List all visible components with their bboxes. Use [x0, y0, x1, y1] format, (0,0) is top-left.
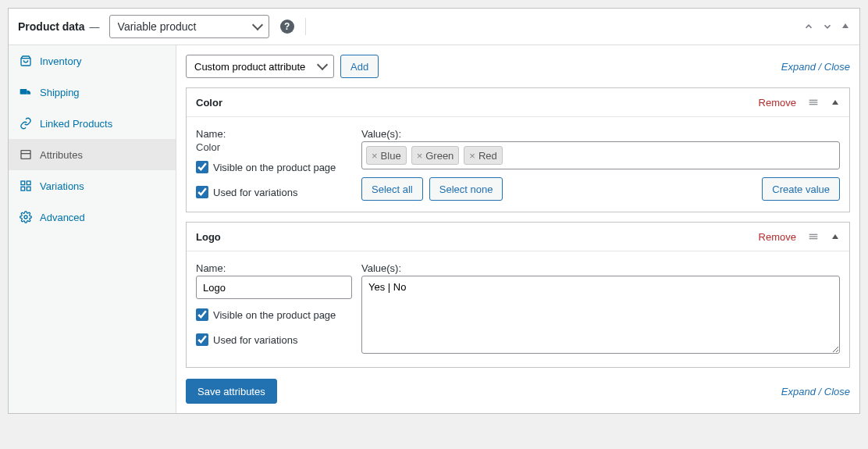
attribute-title: Color [196, 97, 222, 109]
panel-down-icon[interactable] [822, 21, 833, 32]
help-icon[interactable]: ? [280, 20, 294, 34]
add-button[interactable]: Add [340, 55, 379, 78]
visible-checkbox[interactable] [196, 161, 208, 173]
content: Custom product attribute Add Expand / Cl… [176, 45, 859, 413]
name-input[interactable] [196, 276, 352, 299]
sidebar-item-label: Attributes [40, 149, 83, 161]
visible-checkbox[interactable] [196, 308, 208, 321]
svg-marker-16 [832, 234, 838, 239]
variations-checkbox[interactable] [196, 186, 208, 198]
drag-handle-icon[interactable] [807, 230, 820, 243]
collapse-icon[interactable] [831, 232, 840, 241]
product-data-panel: Product data — Variable product ? Invent… [8, 8, 860, 414]
sidebar-item-label: Variations [40, 180, 84, 192]
remove-tag-icon[interactable]: × [417, 150, 423, 162]
attribute-title: Logo [196, 231, 221, 243]
svg-point-8 [24, 216, 27, 219]
attribute-type-select[interactable]: Custom product attribute [186, 55, 334, 78]
shipping-icon [20, 86, 32, 98]
variations-checkbox[interactable] [196, 333, 208, 346]
value-tag: ×Blue [366, 146, 407, 165]
values-tags-input[interactable]: ×Blue ×Green ×Red [361, 141, 840, 169]
svg-rect-1 [20, 89, 27, 94]
remove-link[interactable]: Remove [759, 231, 796, 243]
remove-tag-icon[interactable]: × [372, 150, 378, 162]
select-all-button[interactable]: Select all [361, 177, 423, 201]
sidebar-item-label: Inventory [40, 55, 81, 67]
remove-link[interactable]: Remove [759, 97, 796, 109]
sidebar-item-label: Shipping [40, 87, 80, 98]
save-attributes-button[interactable]: Save attributes [186, 379, 277, 404]
variations-checkbox-row[interactable]: Used for variations [196, 186, 352, 198]
sidebar-item-advanced[interactable]: Advanced [9, 201, 176, 233]
select-none-button[interactable]: Select none [429, 177, 503, 201]
svg-rect-7 [27, 187, 30, 191]
expand-close-link[interactable]: Expand / Close [781, 61, 850, 73]
link-icon [20, 117, 32, 130]
expand-close-link[interactable]: Expand / Close [781, 386, 850, 397]
sidebar-item-inventory[interactable]: Inventory [9, 45, 176, 77]
visible-checkbox-row[interactable]: Visible on the product page [196, 161, 352, 173]
value-tag: ×Red [464, 146, 502, 165]
sidebar-item-label: Advanced [40, 212, 85, 223]
value-tag: ×Green [411, 146, 460, 165]
values-label: Value(s): [361, 262, 840, 274]
create-value-button[interactable]: Create value [762, 177, 840, 201]
attribute-header[interactable]: Color Remove [187, 88, 849, 117]
panel-title: Product data [18, 20, 85, 33]
name-label: Name: [196, 128, 352, 140]
name-value: Color [196, 141, 352, 153]
attribute-header[interactable]: Logo Remove [187, 223, 849, 251]
sidebar-item-shipping[interactable]: Shipping [9, 77, 176, 108]
sidebar-item-variations[interactable]: Variations [9, 170, 176, 201]
attribute-block: Color Remove Name: Color Visible on the … [186, 87, 850, 212]
variations-icon [20, 180, 32, 192]
gear-icon [20, 211, 32, 223]
variations-checkbox-row[interactable]: Used for variations [196, 333, 352, 346]
drag-handle-icon[interactable] [807, 96, 820, 109]
attributes-icon [20, 148, 32, 161]
visible-checkbox-row[interactable]: Visible on the product page [196, 308, 352, 321]
svg-rect-6 [21, 187, 25, 191]
sidebar: Inventory Shipping Linked Products Attri… [9, 45, 176, 413]
svg-rect-4 [21, 181, 25, 185]
sidebar-item-attributes[interactable]: Attributes [9, 139, 176, 170]
inventory-icon [20, 55, 32, 67]
panel-collapse-icon[interactable] [841, 21, 850, 32]
panel-header: Product data — Variable product ? [9, 9, 859, 45]
name-label: Name: [196, 262, 352, 274]
panel-up-icon[interactable] [803, 21, 814, 32]
collapse-icon[interactable] [831, 98, 840, 107]
svg-rect-5 [27, 181, 30, 185]
values-textarea[interactable] [361, 276, 840, 354]
svg-marker-0 [842, 23, 848, 28]
product-type-select[interactable]: Variable product [109, 15, 269, 38]
svg-marker-12 [832, 100, 838, 105]
sidebar-item-label: Linked Products [40, 118, 112, 130]
attribute-block: Logo Remove Name: Visible on the product… [186, 222, 850, 368]
values-label: Value(s): [361, 128, 840, 140]
svg-rect-2 [21, 151, 30, 159]
sidebar-item-linked[interactable]: Linked Products [9, 108, 176, 139]
remove-tag-icon[interactable]: × [469, 150, 475, 162]
